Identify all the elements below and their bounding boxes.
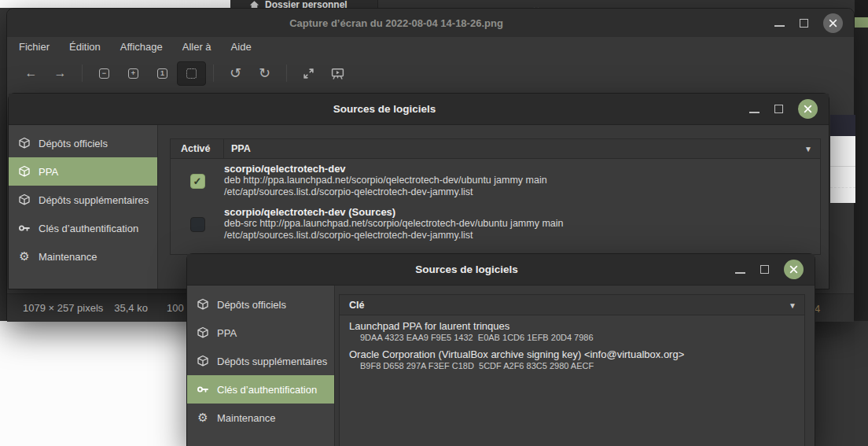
image-dimensions: 1079 × 257 pixels (23, 302, 103, 314)
close-button[interactable] (784, 260, 804, 279)
sidebar-item-label: Clés d’authentification (39, 223, 138, 234)
sources2-body: Dépôts officiels PPA Dépôts supplémentai… (187, 286, 815, 446)
gear-icon: ⚙ (197, 411, 209, 424)
sources2-sidebar: Dépôts officiels PPA Dépôts supplémentai… (187, 286, 335, 446)
close-icon (804, 105, 812, 113)
ppa-table: Activé PPA ▼ ✓ scorpio/qelectrotech-dev … (170, 138, 821, 255)
maximize-button[interactable] (760, 265, 769, 274)
back-button[interactable]: ← (17, 61, 46, 86)
sidebar-item-label: Dépôts officiels (217, 299, 286, 311)
sort-arrow-icon[interactable]: ▼ (789, 300, 796, 309)
ppa-rows: ✓ scorpio/qelectrotech-dev deb http://pp… (170, 159, 821, 255)
sidebar-item-ppa[interactable]: PPA (187, 319, 334, 347)
ppa-source-line: deb-src http://ppa.launchpad.net/scorpio… (224, 218, 564, 230)
minimize-button[interactable] (774, 25, 785, 27)
package-icon (18, 165, 31, 178)
menu-aide[interactable]: Aide (231, 41, 252, 53)
sort-arrow-icon[interactable]: ▼ (804, 145, 812, 153)
ppa-entry: scorpio/qelectrotech-dev deb http://ppa.… (224, 163, 547, 198)
list-item[interactable]: Oracle Corporation (VirtualBox archive s… (349, 348, 804, 371)
sidebar-item-depots-supplementaires[interactable]: Dépôts supplémentaires (9, 186, 157, 214)
close-button[interactable] (798, 99, 818, 119)
zoom-in-button[interactable]: + (119, 61, 148, 86)
ppa-table-header[interactable]: Activé PPA ▼ (170, 138, 821, 159)
sidebar-item-label: Clés d’authentification (217, 384, 317, 396)
key-fingerprint: B9F8 D658 297A F3EF C18D 5CDF A2F6 83C5 … (349, 360, 804, 371)
fullscreen-icon (303, 68, 314, 79)
sidebar-item-maintenance[interactable]: ⚙ Maintenance (9, 242, 157, 271)
software-sources-window-keys: Sources de logiciels Dépôts officiels PP… (186, 253, 815, 446)
best-fit-button[interactable] (177, 61, 206, 86)
menu-aller-a[interactable]: Aller à (182, 41, 211, 53)
sidebar-item-depots-supplementaires[interactable]: Dépôts supplémentaires (187, 347, 334, 375)
ppa-file-line: /etc/apt/sources.list.d/scorpio-qelectro… (224, 230, 564, 241)
viewed-image-header-fragment (830, 115, 855, 136)
sources2-titlebar[interactable]: Sources de logiciels (187, 254, 815, 286)
sources1-titlebar[interactable]: Sources de logiciels (9, 94, 829, 125)
package-icon (197, 298, 209, 311)
slideshow-button[interactable] (323, 61, 352, 86)
key-table: Clé ▼ Launchpad PPA for laurent trinques… (339, 294, 805, 446)
column-header-ppa[interactable]: PPA (224, 143, 251, 154)
rotate-right-icon: ↻ (259, 65, 270, 82)
viewer-window-controls (774, 13, 854, 33)
image-row-divider (830, 187, 855, 188)
rotate-right-button[interactable]: ↻ (250, 61, 279, 86)
sidebar-item-label: Dépôts officiels (39, 138, 108, 149)
column-header-active[interactable]: Activé (171, 139, 224, 158)
ppa-entry: scorpio/qelectrotech-dev (Sources) deb-s… (224, 206, 564, 241)
fullscreen-button[interactable] (294, 61, 323, 86)
sidebar-item-label: Maintenance (217, 412, 275, 424)
viewer-menubar: Fichier Édition Affichage Aller à Aide (7, 37, 854, 57)
enabled-checkbox[interactable]: ✓ (190, 174, 205, 189)
key-fingerprint: 9DAA 4323 EAA9 F9E5 1432 E0AB 1CD6 1EFB … (349, 332, 804, 343)
sidebar-item-depots-officiels[interactable]: Dépôts officiels (9, 129, 157, 157)
package-icon (197, 326, 209, 339)
sidebar-item-label: PPA (217, 327, 237, 339)
menu-fichier[interactable]: Fichier (19, 41, 50, 53)
key-name: Launchpad PPA for laurent trinques (349, 320, 804, 332)
rotate-left-button[interactable]: ↺ (221, 61, 250, 86)
zoom-in-icon: + (128, 68, 138, 79)
minimize-button[interactable] (749, 112, 760, 113)
forward-button[interactable]: → (46, 61, 75, 86)
sources1-title: Sources de logiciels (9, 103, 749, 115)
maximize-button[interactable] (774, 105, 783, 113)
toolbar-separator (82, 65, 83, 82)
sidebar-item-maintenance[interactable]: ⚙ Maintenance (187, 404, 334, 432)
list-item[interactable]: Launchpad PPA for laurent trinques 9DAA … (349, 320, 804, 343)
zoom-normal-button[interactable]: 1 (148, 61, 177, 86)
enabled-checkbox[interactable]: ✓ (190, 217, 205, 232)
viewer-toolbar: ← → − + 1 ↺ ↻ (7, 57, 854, 90)
close-button[interactable] (823, 13, 843, 33)
key-table-header[interactable]: Clé ▼ (339, 294, 805, 315)
menu-edition[interactable]: Édition (69, 41, 101, 53)
sidebar-item-cles-authentification[interactable]: Clés d’authentification (9, 214, 157, 242)
ppa-file-line: /etc/apt/sources.list.d/scorpio-qelectro… (224, 186, 547, 198)
sources2-title: Sources de logiciels (187, 264, 735, 275)
sidebar-item-ppa[interactable]: PPA (9, 157, 157, 186)
table-row[interactable]: ✓ scorpio/qelectrotech-dev deb http://pp… (171, 163, 820, 206)
rotate-left-icon: ↺ (230, 65, 241, 82)
sources1-sidebar: Dépôts officiels PPA Dépôts supplémentai… (9, 125, 158, 289)
viewer-titlebar[interactable]: Capture d’écran du 2022-08-04 14-18-26.p… (7, 9, 854, 37)
back-icon: ← (25, 66, 38, 80)
background-list-strip (855, 0, 868, 321)
sidebar-item-cles-authentification[interactable]: Clés d’authentification (187, 375, 334, 404)
key-name: Oracle Corporation (VirtualBox archive s… (349, 348, 804, 360)
ppa-name: scorpio/qelectrotech-dev (224, 163, 547, 175)
checkbox-cell: ✓ (171, 163, 224, 198)
maximize-button[interactable] (800, 19, 808, 28)
gear-icon: ⚙ (18, 250, 31, 263)
checkbox-cell: ✓ (171, 206, 224, 241)
table-row[interactable]: ✓ scorpio/qelectrotech-dev (Sources) deb… (171, 206, 820, 249)
zoom-out-button[interactable]: − (90, 61, 119, 86)
image-filesize: 35,4 ko (114, 302, 148, 314)
minimize-button[interactable] (735, 272, 745, 274)
sources2-window-controls (735, 260, 815, 279)
forward-icon: → (54, 66, 67, 80)
menu-affichage[interactable]: Affichage (120, 41, 163, 53)
sidebar-item-depots-officiels[interactable]: Dépôts officiels (187, 290, 334, 319)
package-icon (18, 194, 31, 206)
column-header-key[interactable]: Clé (340, 300, 364, 311)
